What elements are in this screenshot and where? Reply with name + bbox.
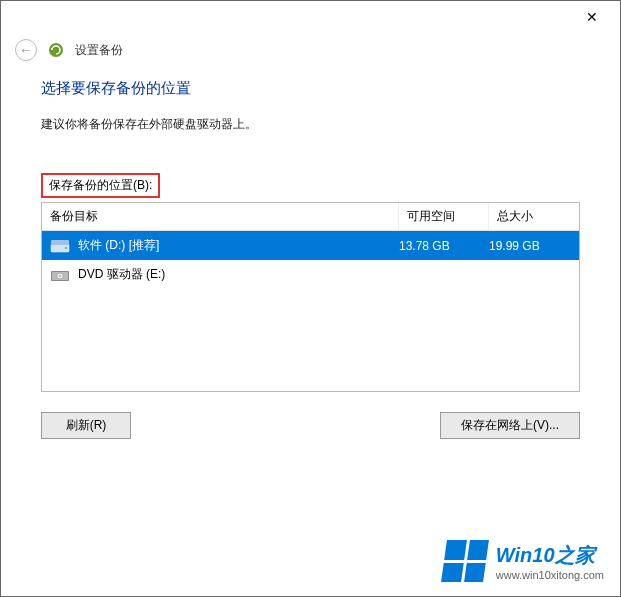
app-title: 设置备份 [75, 42, 123, 59]
watermark-title: Win10之家 [496, 542, 604, 569]
watermark-url: www.win10xitong.com [496, 569, 604, 581]
table-row[interactable]: 软件 (D:) [推荐] 13.78 GB 19.99 GB [42, 231, 579, 260]
hdd-icon [50, 238, 78, 254]
dvd-icon [50, 267, 78, 283]
section-label: 保存备份的位置(B): [41, 173, 160, 198]
close-button[interactable]: ✕ [572, 3, 612, 31]
svg-point-0 [49, 43, 63, 57]
col-free[interactable]: 可用空间 [399, 203, 489, 230]
drive-table: 备份目标 可用空间 总大小 软件 (D:) [推荐] 13.78 GB 19.9… [41, 202, 580, 392]
watermark-text: Win10之家 www.win10xitong.com [496, 542, 604, 581]
svg-rect-2 [51, 240, 69, 245]
header-row: ← 设置备份 [1, 33, 620, 79]
svg-point-7 [59, 275, 61, 277]
drive-name: DVD 驱动器 (E:) [78, 266, 399, 283]
watermark: Win10之家 www.win10xitong.com [444, 540, 604, 582]
backup-icon [47, 41, 65, 59]
svg-point-3 [65, 247, 67, 249]
drive-name: 软件 (D:) [推荐] [78, 237, 399, 254]
button-row: 刷新(R) 保存在网络上(V)... [41, 412, 580, 439]
drive-free: 13.78 GB [399, 239, 489, 253]
content-area: 选择要保存备份的位置 建议你将备份保存在外部硬盘驱动器上。 保存备份的位置(B)… [1, 79, 620, 439]
col-target[interactable]: 备份目标 [42, 203, 399, 230]
table-header: 备份目标 可用空间 总大小 [42, 203, 579, 231]
refresh-button[interactable]: 刷新(R) [41, 412, 131, 439]
back-button[interactable]: ← [15, 39, 37, 61]
drive-total: 19.99 GB [489, 239, 571, 253]
close-icon: ✕ [586, 9, 598, 25]
col-total[interactable]: 总大小 [489, 203, 579, 230]
titlebar: ✕ [1, 1, 620, 33]
save-network-button[interactable]: 保存在网络上(V)... [440, 412, 580, 439]
page-title: 选择要保存备份的位置 [41, 79, 580, 98]
windows-logo-icon [441, 540, 489, 582]
table-row[interactable]: DVD 驱动器 (E:) [42, 260, 579, 289]
back-arrow-icon: ← [19, 42, 33, 58]
page-hint: 建议你将备份保存在外部硬盘驱动器上。 [41, 116, 580, 133]
